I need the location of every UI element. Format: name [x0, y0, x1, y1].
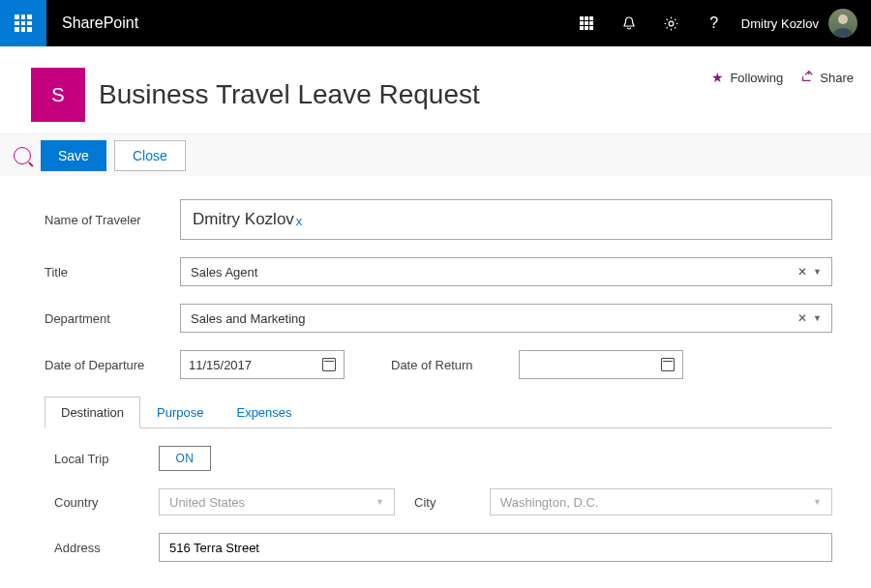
country-combo[interactable]: United States ▼: [159, 488, 395, 515]
help-button[interactable]: ?: [693, 0, 736, 46]
tabs: Destination Purpose Expenses: [45, 397, 832, 428]
apps-icon: [580, 16, 593, 30]
traveler-label: Name of Traveler: [45, 213, 180, 227]
chevron-down-icon: ▼: [813, 497, 822, 507]
suite-brand: SharePoint: [62, 15, 138, 32]
clear-icon[interactable]: ✕: [797, 265, 807, 279]
page-header: S Business Travel Leave Request ★ Follow…: [0, 46, 871, 133]
local-trip-label: Local Trip: [54, 452, 159, 466]
department-value: Sales and Marketing: [191, 311, 306, 326]
remove-person-icon[interactable]: x: [296, 214, 303, 228]
title-combo[interactable]: Sales Agent ✕ ▼: [180, 257, 832, 286]
local-trip-toggle[interactable]: ON: [159, 446, 211, 471]
departure-label: Date of Departure: [45, 358, 180, 372]
tab-panel-destination: Local Trip ON Country United States ▼ Ci…: [45, 428, 832, 562]
country-label: Country: [54, 495, 159, 510]
app-launcher-button[interactable]: [0, 0, 46, 46]
form: Name of Traveler Dmitry Kozlov x Title S…: [0, 176, 871, 562]
city-value: Washington, D.C.: [500, 495, 598, 510]
tab-destination[interactable]: Destination: [45, 397, 140, 428]
calendar-icon[interactable]: [322, 358, 336, 371]
follow-button[interactable]: ★ Following: [711, 70, 783, 85]
chevron-down-icon[interactable]: ▼: [813, 267, 822, 277]
notifications-button[interactable]: [608, 0, 650, 46]
page-actions: ★ Following Share: [711, 70, 854, 86]
close-button[interactable]: Close: [114, 140, 186, 171]
settings-button[interactable]: [650, 0, 693, 46]
app-launcher-icon: [15, 15, 32, 32]
suite-actions: ? Dmitry Kozlov: [565, 0, 871, 46]
address-input[interactable]: [159, 533, 832, 562]
follow-label: Following: [730, 71, 783, 85]
star-icon: ★: [711, 70, 724, 85]
department-label: Department: [45, 311, 180, 326]
save-button[interactable]: Save: [41, 140, 106, 171]
avatar: [828, 9, 857, 38]
city-label: City: [414, 495, 490, 510]
city-combo[interactable]: Washington, D.C. ▼: [490, 488, 832, 515]
country-value: United States: [169, 495, 245, 510]
user-menu[interactable]: Dmitry Kozlov: [736, 9, 871, 38]
traveler-value: Dmitry Kozlov: [193, 210, 294, 229]
bell-icon: [621, 15, 637, 31]
gear-icon: [663, 15, 679, 32]
command-bar: Save Close: [0, 133, 871, 176]
share-button[interactable]: Share: [800, 70, 854, 86]
address-label: Address: [54, 541, 159, 555]
chevron-down-icon[interactable]: ▼: [813, 313, 822, 323]
chevron-down-icon: ▼: [375, 497, 384, 507]
departure-date-value: 11/15/2017: [189, 358, 252, 372]
svg-point-0: [669, 21, 674, 26]
department-combo[interactable]: Sales and Marketing ✕ ▼: [180, 304, 832, 333]
clear-icon[interactable]: ✕: [797, 311, 807, 325]
return-label: Date of Return: [391, 358, 519, 372]
traveler-people-picker[interactable]: Dmitry Kozlov x: [180, 199, 832, 240]
calendar-icon[interactable]: [661, 358, 675, 371]
share-label: Share: [820, 71, 854, 85]
help-icon: ?: [709, 15, 718, 32]
user-name-label: Dmitry Kozlov: [741, 16, 819, 31]
search-icon[interactable]: [14, 147, 31, 164]
tab-expenses[interactable]: Expenses: [220, 397, 308, 428]
suite-apps-button[interactable]: [565, 0, 608, 46]
page-title: Business Travel Leave Request: [99, 79, 480, 110]
return-date-input[interactable]: [519, 350, 683, 379]
site-logo[interactable]: S: [31, 68, 85, 122]
title-value: Sales Agent: [191, 265, 257, 279]
share-icon: [800, 70, 814, 86]
title-label: Title: [45, 265, 180, 279]
tab-purpose[interactable]: Purpose: [140, 397, 220, 428]
suite-bar: SharePoint ? Dmitry Kozlov: [0, 0, 871, 46]
departure-date-input[interactable]: 11/15/2017: [180, 350, 345, 379]
